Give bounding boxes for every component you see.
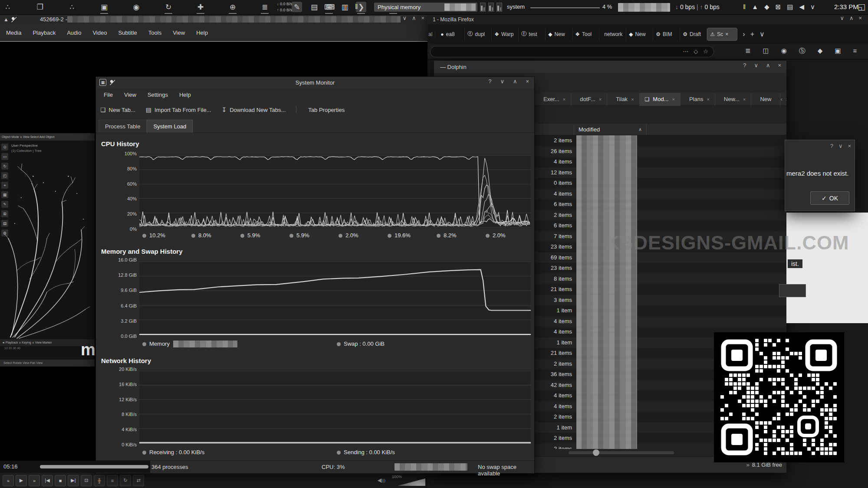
more-options-icon[interactable]: ⋯	[683, 48, 688, 55]
window-button[interactable]: ∨	[837, 15, 847, 21]
horizontal-scrollbar-track[interactable]	[569, 451, 674, 454]
faster-button[interactable]: »	[29, 475, 40, 486]
coin-app-icon[interactable]: ◉	[131, 2, 141, 12]
tab-close-icon[interactable]: ×	[563, 97, 566, 102]
virtual-desktop-pager-icon[interactable]: ◱	[858, 2, 865, 12]
tab-test[interactable]: ⓕ test	[519, 28, 546, 41]
shield-extension-icon[interactable]: ◆	[818, 47, 823, 55]
stop-button[interactable]: ■	[55, 475, 66, 486]
library-icon[interactable]: ≣	[745, 47, 751, 55]
url-bar[interactable]: ⋯◇☆	[430, 46, 714, 57]
window-button[interactable]: ?	[486, 78, 494, 85]
dolphin-tab-new[interactable]: New... ×	[715, 93, 752, 106]
account-icon[interactable]: ◉	[781, 47, 787, 55]
new-tab-button[interactable]: +	[750, 30, 754, 38]
tab-close-icon[interactable]: ×	[599, 97, 602, 102]
vlc-menu-item[interactable]: Audio	[64, 28, 84, 38]
tab-ea8[interactable]: ● ea8	[438, 28, 465, 41]
tab-warp[interactable]: ❖ Warp	[492, 28, 519, 41]
sidebar-icon[interactable]: ◫	[763, 47, 769, 55]
import-tab-button[interactable]: ▤ Import Tab From File...	[146, 106, 211, 113]
fullscreen-button[interactable]: ⊡	[81, 475, 92, 486]
vlc-titlebar[interactable]: ▲ 452669-2 - ∨∧×	[0, 15, 429, 24]
next-button[interactable]: ▶|	[68, 475, 79, 486]
vlc-menu-item[interactable]: Video	[90, 28, 109, 38]
tab-close-icon[interactable]: ×	[725, 31, 728, 37]
dolphin-tab-tilak[interactable]: Tilak ×	[607, 93, 639, 106]
dolphin-tab-mod[interactable]: ❏ Mod... ×	[640, 93, 681, 106]
tab-close-icon[interactable]: ×	[631, 97, 634, 102]
tab-scroll-right-button[interactable]: ›	[743, 30, 745, 38]
screen-layout-icon[interactable]: ⊠	[776, 3, 781, 11]
printer-icon[interactable]: ▤	[311, 3, 318, 12]
hamburger-menu-icon[interactable]: ≡	[853, 47, 857, 55]
seek-bar[interactable]	[40, 465, 148, 468]
firefox-titlebar[interactable]: 1 - Mozilla Firefox ∨∧×	[427, 15, 868, 24]
shield-icon[interactable]: ◇	[694, 48, 698, 55]
tab-new[interactable]: ◆ New	[546, 28, 572, 41]
random-button[interactable]: ⇄	[133, 475, 144, 486]
modified-column-header[interactable]: Modified ∧	[574, 124, 647, 135]
ok-button[interactable]: ✓ OK	[810, 191, 849, 205]
tab-tool[interactable]: ❖ Tool	[572, 28, 599, 41]
menu-item[interactable]: Settings	[145, 90, 171, 100]
window-button[interactable]: ×	[418, 15, 427, 21]
vlc-menu-item[interactable]: Tools	[146, 28, 164, 38]
vlc-menu-item[interactable]: Playback	[30, 28, 58, 38]
window-button[interactable]: ?	[740, 62, 749, 69]
launcher-dots-icon[interactable]: ∴	[3, 2, 13, 12]
dolphin-titlebar[interactable]: — Dolphin ?∨∧×	[434, 61, 786, 73]
volume-slider[interactable]	[398, 478, 425, 486]
bookmark-star-icon[interactable]: ☆	[703, 48, 708, 55]
window-button[interactable]: ×	[848, 143, 851, 149]
play-button[interactable]: ▶	[16, 475, 27, 486]
view-tab[interactable]: System Load	[147, 120, 193, 133]
window-button[interactable]: ×	[856, 15, 865, 21]
refresh-app-icon[interactable]: ↻	[163, 2, 174, 12]
dolphin-tab-new-2[interactable]: New	[751, 93, 780, 106]
window-button[interactable]: ?	[830, 143, 833, 149]
launcher-dots-icon-2[interactable]: ∴	[67, 2, 77, 12]
window-button[interactable]: ∧	[763, 62, 773, 69]
list-app-icon[interactable]: ≣	[260, 2, 270, 12]
loop-button[interactable]: ↻	[120, 475, 131, 486]
dictionary-icon[interactable]: ▥	[342, 3, 349, 12]
vlc-menu-item[interactable]: Subtitle	[115, 28, 139, 38]
vlc-cone-icon[interactable]: ▲	[752, 3, 758, 11]
window-button[interactable]: ∨	[400, 15, 409, 21]
vlc-menu-item[interactable]: Help	[194, 28, 210, 38]
tab-network[interactable]: network	[599, 28, 626, 41]
slower-button[interactable]: «	[3, 475, 14, 486]
bps-widget[interactable]: ↓ 0 bps | ↑ 0 bps	[675, 3, 720, 10]
tab-properties-button[interactable]: Tab Properties	[296, 107, 345, 113]
window-button[interactable]: ∧	[510, 78, 520, 85]
share-app-icon[interactable]: ⊕	[227, 2, 238, 12]
tab-scroll-left-icon[interactable]: ‹	[780, 96, 782, 102]
tab-close-icon[interactable]: ×	[707, 97, 709, 102]
tab-scroll-right-icon[interactable]: ›	[786, 96, 786, 102]
menu-item[interactable]: Help	[177, 90, 194, 100]
pause-circle-icon[interactable]: ‖	[743, 3, 746, 11]
browser-tab-active[interactable]: ⚠ Sc ×	[707, 28, 737, 41]
pin-icon[interactable]	[11, 17, 16, 22]
keyboard-icon[interactable]: ⌨	[324, 3, 335, 12]
scrollbar-handle[interactable]	[593, 449, 599, 456]
window-button[interactable]: ∨	[497, 78, 507, 85]
tab-draft[interactable]: ⚙ Draft	[680, 28, 707, 41]
shield-icon[interactable]: ◆	[764, 3, 769, 11]
window-button[interactable]: ∧	[847, 15, 856, 21]
clock[interactable]: 2:33 PM	[834, 3, 858, 10]
extension-s-icon[interactable]: Ⓢ	[799, 47, 806, 55]
window-button[interactable]: ×	[775, 62, 784, 69]
window-button[interactable]: ∧	[409, 15, 419, 21]
add-user-app-icon[interactable]: ✚	[195, 2, 206, 12]
new-tab-button[interactable]: ❏ New Tab...	[100, 106, 135, 113]
menu-item[interactable]: View	[122, 90, 139, 100]
download-tabs-button[interactable]: ↧ Download New Tabs...	[222, 106, 286, 113]
playlist-button[interactable]: ≡	[107, 475, 118, 486]
window-button[interactable]: ∨	[751, 62, 761, 69]
system-monitor-app-icon[interactable]: ▣	[99, 2, 109, 12]
dolphin-tab-exer[interactable]: Exer... ×	[535, 93, 571, 106]
dolphin-tab-plans[interactable]: Plans ×	[681, 93, 715, 106]
vlc-menu-item[interactable]: Media	[3, 28, 24, 38]
